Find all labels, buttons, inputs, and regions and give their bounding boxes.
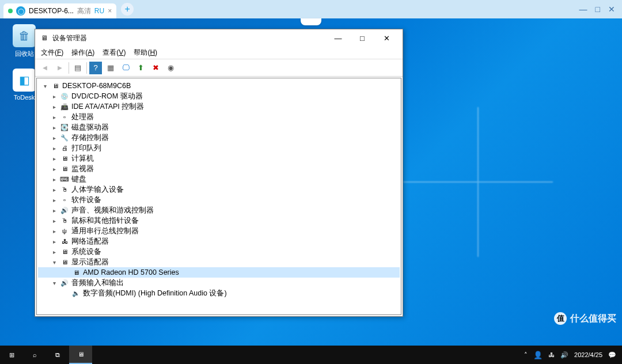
window-controls: — □ ✕ (579, 5, 619, 14)
tree-category[interactable]: ▸▫处理器 (38, 112, 400, 122)
scan-hardware-button[interactable]: 🖵 (119, 62, 132, 74)
category-label: 显示适配器 (71, 257, 109, 267)
remote-desktop[interactable]: 🗑 回收站 ◧ ToDesk 🖥 设备管理器 — □ ✕ 文件(F) 操作(A)… (0, 18, 622, 346)
category-icon: ▫ (60, 195, 69, 204)
gpu-icon: 🖥 (71, 268, 81, 277)
expand-icon[interactable]: ▸ (51, 114, 58, 120)
tray-network-icon[interactable]: 🖧 (548, 351, 555, 358)
close-button[interactable]: ✕ (608, 5, 615, 14)
session-dropdown-handle[interactable] (301, 18, 321, 25)
tree-root[interactable]: ▾ 🖥 DESKTOP-68M9C6B (38, 81, 400, 91)
tree-category[interactable]: ▸⌨键盘 (38, 174, 400, 184)
menu-action[interactable]: 操作(A) (71, 48, 94, 58)
properties-button[interactable]: ▦ (104, 62, 117, 74)
category-icon: 🖱 (60, 185, 69, 194)
computer-icon: 🖥 (51, 81, 60, 90)
tree-category[interactable]: ▸▫软件设备 (38, 195, 400, 205)
expand-icon[interactable]: ▸ (51, 104, 58, 110)
tree-category[interactable]: ▸🖨打印队列 (38, 143, 400, 153)
tree-category-audio-io[interactable]: ▾ 🔊 音频输入和输出 (38, 278, 400, 288)
expand-icon[interactable]: ▸ (51, 124, 58, 131)
forward-button[interactable]: ► (54, 62, 66, 74)
back-button[interactable]: ◄ (39, 62, 51, 74)
maximize-button[interactable]: □ (596, 5, 600, 14)
expand-icon[interactable]: ▸ (51, 187, 58, 193)
category-icon: 🔊 (60, 206, 69, 215)
help-button[interactable]: ? (89, 62, 102, 74)
expand-icon[interactable]: ▸ (51, 238, 58, 245)
expand-icon[interactable]: ▸ (51, 228, 58, 234)
expand-icon[interactable]: ▸ (51, 156, 58, 162)
device-tree[interactable]: ▾ 🖥 DESKTOP-68M9C6B ▸💿DVD/CD-ROM 驱动器▸📠ID… (36, 78, 401, 315)
category-label: 存储控制器 (71, 133, 109, 143)
tree-category-display-adapters[interactable]: ▾ 🖥 显示适配器 (38, 257, 400, 267)
expand-icon[interactable]: ▸ (51, 135, 58, 141)
search-button[interactable]: ⌕ (23, 346, 46, 364)
speaker-icon: 🔈 (71, 289, 81, 298)
menu-view[interactable]: 查看(V) (103, 48, 126, 58)
expand-icon[interactable]: ▸ (51, 218, 58, 224)
category-label: 音频输入和输出 (71, 278, 124, 288)
tray-notifications-icon[interactable]: 💬 (608, 351, 616, 359)
collapse-icon[interactable]: ▾ (51, 259, 58, 266)
session-tab[interactable]: ◯ DESKTOP-6... 高清 RU × (3, 3, 116, 18)
show-hide-tree-button[interactable]: ▤ (71, 62, 84, 74)
menu-help[interactable]: 帮助(H) (134, 48, 157, 58)
tab-close-icon[interactable]: × (108, 7, 112, 15)
display-adapter-icon: 🖥 (60, 257, 69, 267)
tree-category[interactable]: ▸📠IDE ATA/ATAPI 控制器 (38, 101, 400, 112)
disable-button[interactable]: ◉ (164, 62, 177, 74)
maximize-button[interactable]: □ (351, 30, 374, 46)
taskbar: ⊞ ⌕ ⧉ 🖥 ˄ 👤 🖧 🔊 2022/4/25 💬 (0, 346, 622, 364)
category-icon: 🖧 (60, 237, 69, 246)
category-label: 声音、视频和游戏控制器 (71, 206, 154, 215)
category-label: 打印队列 (71, 143, 101, 153)
category-icon: 🖨 (60, 143, 69, 153)
expand-icon[interactable]: ▸ (51, 207, 58, 214)
uninstall-button[interactable]: ✖ (149, 62, 162, 74)
tree-device-amd-radeon[interactable]: 🖥 AMD Radeon HD 5700 Series (38, 267, 400, 278)
tree-category[interactable]: ▸💽磁盘驱动器 (38, 122, 400, 132)
new-tab-button[interactable]: + (121, 3, 134, 16)
collapse-icon[interactable]: ▾ (41, 83, 48, 89)
window-titlebar[interactable]: 🖥 设备管理器 — □ ✕ (35, 29, 403, 47)
expand-icon[interactable]: ▸ (51, 145, 58, 151)
update-driver-button[interactable]: ⬆ (134, 62, 147, 74)
expand-icon[interactable]: ▸ (51, 249, 58, 255)
tray-chevron-icon[interactable]: ˄ (524, 351, 528, 359)
expand-icon[interactable]: ▸ (51, 93, 58, 100)
collapse-icon[interactable]: ▾ (51, 280, 58, 286)
task-view-button[interactable]: ⧉ (46, 346, 69, 364)
tree-device-hdmi-audio[interactable]: 🔈 数字音频(HDMI) (High Definition Audio 设备) (38, 288, 400, 298)
device-manager-window: 🖥 设备管理器 — □ ✕ 文件(F) 操作(A) 查看(V) 帮助(H) ◄ … (35, 29, 403, 317)
tree-category[interactable]: ▸🖱鼠标和其他指针设备 (38, 215, 400, 226)
tray-people-icon[interactable]: 👤 (533, 351, 543, 359)
watermark-badge-icon: 值 (554, 312, 567, 325)
tray-volume-icon[interactable]: 🔊 (560, 351, 568, 359)
category-label: 计算机 (71, 154, 94, 164)
tree-category[interactable]: ▸🖱人体学输入设备 (38, 184, 400, 195)
tree-category[interactable]: ▸🔧存储控制器 (38, 132, 400, 143)
tree-category[interactable]: ▸🔊声音、视频和游戏控制器 (38, 205, 400, 215)
minimize-button[interactable]: — (327, 30, 350, 46)
tree-category[interactable]: ▸💿DVD/CD-ROM 驱动器 (38, 91, 400, 101)
tree-category[interactable]: ▸🖥监视器 (38, 164, 400, 174)
expand-icon[interactable]: ▸ (51, 197, 58, 203)
minimize-button[interactable]: — (579, 5, 587, 14)
tree-category[interactable]: ▸ψ通用串行总线控制器 (38, 226, 400, 236)
expand-icon[interactable]: ▸ (51, 166, 58, 172)
tree-category[interactable]: ▸🖧网络适配器 (38, 236, 400, 247)
taskbar-app-device-manager[interactable]: 🖥 (69, 346, 92, 364)
remote-app-titlebar: ◯ DESKTOP-6... 高清 RU × + — □ ✕ (0, 0, 622, 18)
category-label: 处理器 (71, 112, 94, 122)
start-button[interactable]: ⊞ (0, 346, 23, 364)
tree-category[interactable]: ▸🖥系统设备 (38, 247, 400, 257)
tree-category[interactable]: ▸🖥计算机 (38, 153, 400, 164)
tray-date[interactable]: 2022/4/25 (574, 351, 602, 358)
expand-icon[interactable]: ▸ (51, 176, 58, 183)
watermark-text: 什么值得买 (570, 313, 616, 325)
category-icon: 🔧 (60, 133, 69, 142)
menu-file[interactable]: 文件(F) (41, 48, 63, 58)
close-button[interactable]: ✕ (375, 30, 398, 46)
category-icon: 🖥 (60, 154, 69, 163)
